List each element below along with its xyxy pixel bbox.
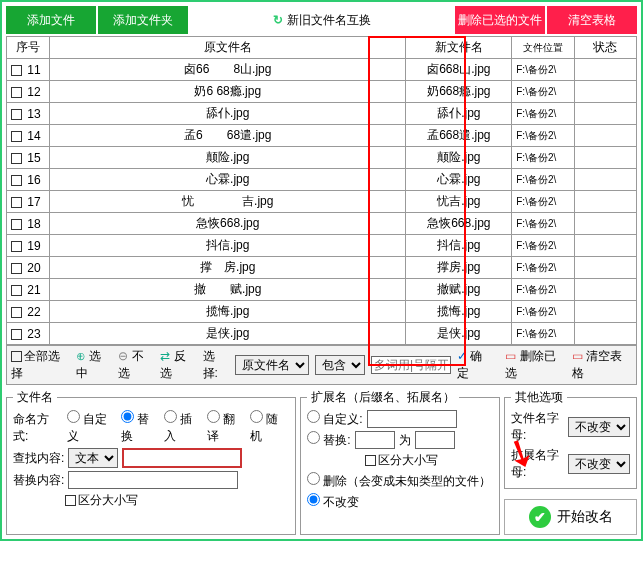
ext-replace-to[interactable] (415, 431, 455, 449)
table-row[interactable]: 17忧 吉.jpg忧吉.jpgF:\备份2\ (7, 191, 637, 213)
table-row[interactable]: 23是侠.jpg是侠.jpgF:\备份2\ (7, 323, 637, 345)
table-row[interactable]: 16心霖.jpg心霖.jpgF:\备份2\ (7, 169, 637, 191)
case-sensitive-checkbox[interactable]: 区分大小写 (65, 492, 138, 509)
filter-op-select[interactable]: 包含 (315, 355, 365, 375)
file-path: F:\备份2\ (512, 59, 574, 81)
mode-custom[interactable]: 自定义 (67, 410, 118, 445)
ext-replace[interactable]: 替换: (307, 431, 351, 449)
new-filename: 忧吉.jpg (406, 191, 512, 213)
ext-delete[interactable]: 删除（会变成未知类型的文件） (307, 472, 491, 490)
table-row[interactable]: 20撑 房.jpg撑房.jpgF:\备份2\ (7, 257, 637, 279)
table-row[interactable]: 21撤 赋.jpg撤赋.jpgF:\备份2\ (7, 279, 637, 301)
select-yes[interactable]: ⊕ 选中 (76, 348, 112, 382)
ext-custom[interactable]: 自定义: (307, 410, 363, 428)
confirm-filter[interactable]: ✓ 确定 (457, 348, 493, 382)
other-legend: 其他选项 (511, 389, 567, 406)
file-path: F:\备份2\ (512, 103, 574, 125)
select-all-checkbox[interactable]: 全部选择 (11, 348, 70, 382)
select-invert[interactable]: ⇄ 反选 (160, 348, 196, 382)
mode-replace[interactable]: 替换 (121, 410, 160, 445)
ext-letter-select[interactable]: 不改变 (568, 454, 630, 474)
filter-label: 选择: (203, 348, 229, 382)
ext-replace-from[interactable] (355, 431, 395, 449)
table-row[interactable]: 13舔仆.jpg舔仆.jpgF:\备份2\ (7, 103, 637, 125)
start-rename-button[interactable]: ✔ 开始改名 (504, 499, 637, 535)
ext-case-checkbox[interactable]: 区分大小写 (365, 452, 438, 469)
old-filename: 忧 吉.jpg (50, 191, 406, 213)
new-filename: 颠险.jpg (406, 147, 512, 169)
table-row[interactable]: 15颠险.jpg颠险.jpgF:\备份2\ (7, 147, 637, 169)
old-filename: 抖信.jpg (50, 235, 406, 257)
row-checkbox[interactable] (11, 263, 22, 274)
row-checkbox[interactable] (11, 307, 22, 318)
row-checkbox[interactable] (11, 285, 22, 296)
swap-names-button[interactable]: ↻ 新旧文件名互换 (190, 6, 453, 34)
file-status (574, 323, 636, 345)
row-checkbox[interactable] (11, 175, 22, 186)
add-file-button[interactable]: 添加文件 (6, 6, 96, 34)
old-filename: 撑 房.jpg (50, 257, 406, 279)
file-path: F:\备份2\ (512, 213, 574, 235)
old-filename: 颠险.jpg (50, 147, 406, 169)
toolbar-del-selected[interactable]: ▭ 删除已选 (505, 348, 565, 382)
ext-no-change[interactable]: 不改变 (307, 493, 359, 511)
mode-insert[interactable]: 插入 (164, 410, 203, 445)
table-row[interactable]: 19抖信.jpg抖信.jpgF:\备份2\ (7, 235, 637, 257)
new-filename: 撑房.jpg (406, 257, 512, 279)
find-mode-select[interactable]: 文本 (68, 448, 118, 468)
col-new[interactable]: 新文件名 (406, 37, 512, 59)
row-checkbox[interactable] (11, 109, 22, 120)
table-row[interactable]: 22揽悔.jpg揽悔.jpgF:\备份2\ (7, 301, 637, 323)
new-filename: 孟668遣.jpg (406, 125, 512, 147)
table-row[interactable]: 11卤66 8山.jpg卤668山.jpgF:\备份2\ (7, 59, 637, 81)
row-checkbox[interactable] (11, 87, 22, 98)
new-filename: 是侠.jpg (406, 323, 512, 345)
file-status (574, 279, 636, 301)
delete-selected-button[interactable]: 删除已选的文件 (455, 6, 545, 34)
row-checkbox[interactable] (11, 131, 22, 142)
table-row[interactable]: 14孟6 68遣.jpg孟668遣.jpgF:\备份2\ (7, 125, 637, 147)
row-checkbox[interactable] (11, 241, 22, 252)
old-filename: 揽悔.jpg (50, 301, 406, 323)
file-status (574, 147, 636, 169)
select-no[interactable]: ⊖ 不选 (118, 348, 154, 382)
file-status (574, 103, 636, 125)
add-folder-button[interactable]: 添加文件夹 (98, 6, 188, 34)
row-checkbox[interactable] (11, 219, 22, 230)
col-seq[interactable]: 序号 (7, 37, 50, 59)
file-status (574, 169, 636, 191)
replace-input[interactable] (68, 471, 238, 489)
ext-legend: 扩展名（后缀名、拓展名） (307, 389, 459, 406)
mode-translate[interactable]: 翻译 (207, 410, 246, 445)
new-filename: 撤赋.jpg (406, 279, 512, 301)
new-filename: 急恢668.jpg (406, 213, 512, 235)
table-row[interactable]: 12奶6 68瘾.jpg奶668瘾.jpgF:\备份2\ (7, 81, 637, 103)
filter-input[interactable] (371, 356, 451, 374)
table-row[interactable]: 18急恢668.jpg急恢668.jpgF:\备份2\ (7, 213, 637, 235)
mode-random[interactable]: 随机 (250, 410, 289, 445)
ext-to-label: 为 (399, 432, 411, 449)
row-checkbox[interactable] (11, 153, 22, 164)
row-checkbox[interactable] (11, 329, 22, 340)
find-input[interactable] (122, 448, 242, 468)
old-filename: 舔仆.jpg (50, 103, 406, 125)
ext-custom-input[interactable] (367, 410, 457, 428)
file-path: F:\备份2\ (512, 81, 574, 103)
col-status[interactable]: 状态 (574, 37, 636, 59)
swap-label: 新旧文件名互换 (287, 12, 371, 29)
clear-table-button[interactable]: 清空表格 (547, 6, 637, 34)
row-checkbox[interactable] (11, 197, 22, 208)
file-table: 序号 原文件名 新文件名 文件位置 状态 11卤66 8山.jpg卤668山.j… (6, 36, 637, 345)
row-checkbox[interactable] (11, 65, 22, 76)
new-filename: 揽悔.jpg (406, 301, 512, 323)
col-path[interactable]: 文件位置 (512, 37, 574, 59)
extension-panel: 扩展名（后缀名、拓展名） 自定义: 替换: 为 区分大小写 删除（会变成未知类型… (300, 389, 500, 535)
old-filename: 孟6 68遣.jpg (50, 125, 406, 147)
new-filename: 卤668山.jpg (406, 59, 512, 81)
new-filename: 舔仆.jpg (406, 103, 512, 125)
toolbar-clear[interactable]: ▭ 清空表格 (572, 348, 632, 382)
file-status (574, 191, 636, 213)
filter-field-select[interactable]: 原文件名 (235, 355, 309, 375)
fname-letter-select[interactable]: 不改变 (568, 417, 630, 437)
col-old[interactable]: 原文件名 (50, 37, 406, 59)
